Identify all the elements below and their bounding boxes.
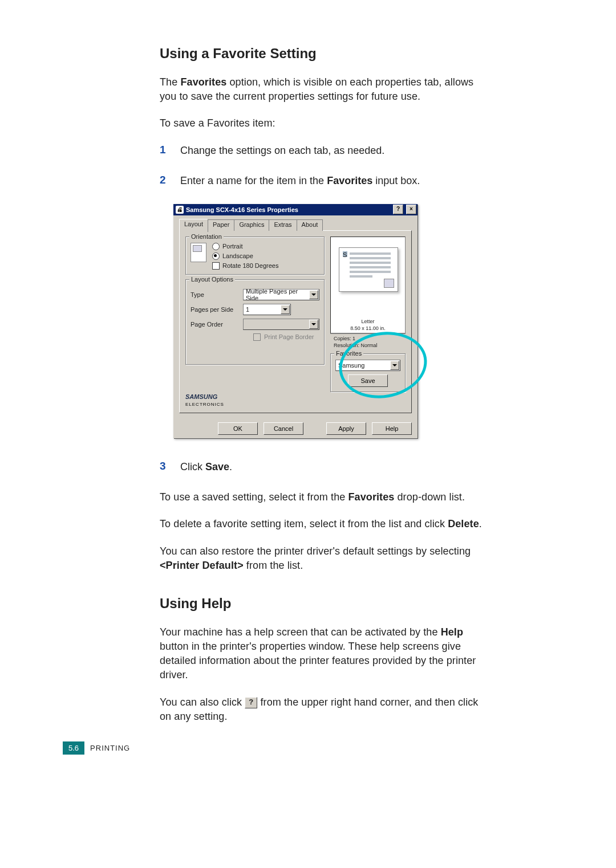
close-button[interactable]: × <box>406 205 416 214</box>
step-number: 2 <box>160 174 180 188</box>
page-footer: 5.6 PRINTING <box>63 741 130 755</box>
tab-paper[interactable]: Paper <box>208 219 234 231</box>
step-text: Enter a name for the item in the Favorit… <box>180 174 420 188</box>
favorites-group: Favorites Samsung Save <box>330 353 406 392</box>
favorites-input[interactable]: Samsung <box>335 360 400 371</box>
step-number: 1 <box>160 144 180 158</box>
step-2: 2 Enter a name for the item in the Favor… <box>160 174 491 188</box>
brand-logo: SAMSUNG <box>185 393 217 400</box>
tab-layout[interactable]: Layout <box>179 219 208 232</box>
help-button[interactable]: Help <box>372 422 412 435</box>
tab-extras[interactable]: Extras <box>269 219 297 231</box>
cancel-button[interactable]: Cancel <box>264 422 303 435</box>
layout-options-group: Layout Options Type Multiple Pages per S… <box>185 279 325 365</box>
orientation-preview-icon <box>191 243 206 262</box>
type-select[interactable]: Multiple Pages per Side <box>243 289 319 300</box>
step-3: 3 Click Save. <box>160 460 491 474</box>
checkbox-icon <box>212 262 220 270</box>
radio-icon <box>212 243 220 250</box>
properties-dialog: 🖨 Samsung SCX-4x16 Series Properties ? ×… <box>173 204 418 438</box>
checkbox-icon <box>253 333 261 341</box>
step-1: 1 Change the settings on each tab, as ne… <box>160 144 491 158</box>
page-preview: S Letter <box>330 237 406 333</box>
use-saved-paragraph: To use a saved setting, select it from t… <box>160 490 491 504</box>
step-text: Click Save. <box>180 460 232 474</box>
tab-graphics[interactable]: Graphics <box>234 219 269 231</box>
printer-icon: 🖨 <box>176 206 184 214</box>
preview-details: Copies: 1 Resolution: Normal <box>330 333 406 350</box>
window-title: Samsung SCX-4x16 Series Properties <box>186 206 298 213</box>
to-save-lead: To save a Favorites item: <box>160 116 491 131</box>
page-order-select <box>243 319 319 330</box>
tab-about[interactable]: About <box>297 219 323 231</box>
help-icon: ? <box>245 697 257 708</box>
ok-button[interactable]: OK <box>218 422 258 435</box>
chevron-down-icon <box>309 290 318 299</box>
radio-portrait[interactable]: Portrait <box>212 243 278 250</box>
check-rotate180[interactable]: Rotate 180 Degrees <box>212 262 278 270</box>
heading-help: Using Help <box>160 596 491 612</box>
radio-landscape[interactable]: Landscape <box>212 252 278 260</box>
help-titlebar-button[interactable]: ? <box>393 205 403 214</box>
chevron-down-icon <box>390 361 399 370</box>
help-paragraph-2: You can also click ? from the upper righ… <box>160 695 491 724</box>
page-number: 5.6 <box>63 741 84 755</box>
chevron-down-icon <box>281 305 290 314</box>
chevron-down-icon <box>309 320 318 329</box>
apply-button[interactable]: Apply <box>326 422 366 435</box>
help-paragraph-1: Your machine has a help screen that can … <box>160 625 491 683</box>
heading-favorite: Using a Favorite Setting <box>160 46 491 62</box>
section-label: PRINTING <box>90 744 130 752</box>
tab-row: Layout Paper Graphics Extras About <box>179 219 412 230</box>
radio-icon <box>212 252 220 260</box>
step-number: 3 <box>160 460 180 474</box>
intro-paragraph: The Favorites option, which is visible o… <box>160 75 491 104</box>
save-button[interactable]: Save <box>348 374 388 387</box>
title-bar: 🖨 Samsung SCX-4x16 Series Properties ? × <box>173 204 418 215</box>
pages-per-side-select[interactable]: 1 <box>243 304 291 315</box>
orientation-group: Orientation Portrait <box>185 237 325 275</box>
print-page-border-check: Print Page Border <box>253 333 319 341</box>
step-text: Change the settings on each tab, as need… <box>180 144 384 158</box>
restore-default-paragraph: You can also restore the printer driver'… <box>160 544 491 573</box>
delete-paragraph: To delete a favorite setting item, selec… <box>160 517 491 531</box>
